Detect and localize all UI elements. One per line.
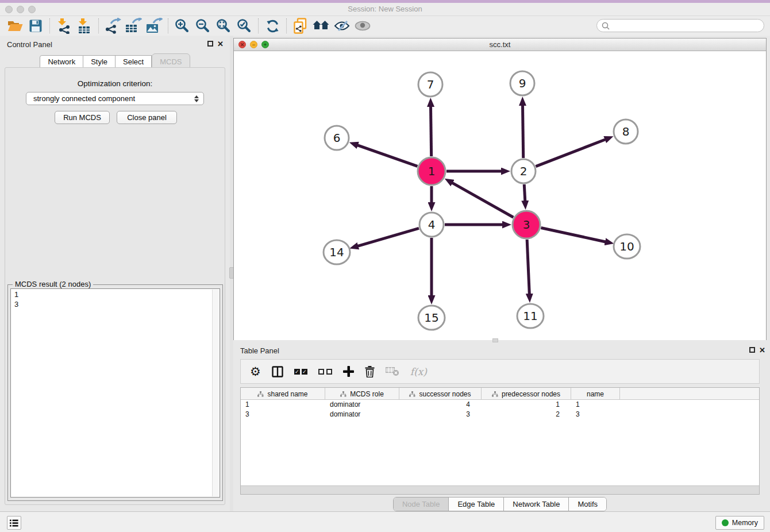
- maximize-view-button[interactable]: +: [261, 41, 269, 48]
- table-row[interactable]: 1 dominator 4 1 1: [241, 400, 759, 410]
- table-settings-icon[interactable]: ⚙: [250, 365, 261, 377]
- minimize-window-button[interactable]: [17, 6, 24, 13]
- column-header-name[interactable]: name: [571, 388, 620, 400]
- open-file-icon[interactable]: [5, 17, 25, 34]
- optimization-criterion-select[interactable]: strongly connected component: [26, 92, 204, 105]
- export-table-icon[interactable]: [123, 17, 144, 34]
- zoom-out-icon[interactable]: [192, 17, 213, 34]
- import-table-icon[interactable]: [74, 17, 95, 34]
- window-controls: [5, 5, 40, 16]
- tab-edge-table[interactable]: Edge Table: [448, 498, 503, 511]
- graph-node-11[interactable]: 11: [517, 304, 544, 328]
- list-icon: [10, 519, 18, 527]
- tab-style[interactable]: Style: [83, 55, 116, 68]
- graph-edge-2-9[interactable]: [522, 105, 523, 158]
- toolbar-divider: [286, 18, 287, 33]
- memory-button[interactable]: Memory: [715, 516, 764, 530]
- table-row[interactable]: 3 dominator 3 2 3: [241, 410, 759, 419]
- minimize-view-button[interactable]: −: [250, 41, 257, 48]
- show-all-eye-icon[interactable]: [352, 17, 373, 34]
- graph-edge-3-10[interactable]: [541, 228, 605, 242]
- node-label: 7: [427, 78, 434, 91]
- tab-mcds[interactable]: MCDS: [152, 53, 190, 68]
- close-window-button[interactable]: [5, 6, 13, 13]
- first-neighbors-icon[interactable]: [311, 17, 332, 34]
- tab-select[interactable]: Select: [116, 55, 152, 68]
- save-session-icon[interactable]: [25, 17, 46, 34]
- scrollbar-track[interactable]: [212, 290, 219, 496]
- graph-node-14[interactable]: 14: [324, 240, 350, 264]
- graph-edge-1-7[interactable]: [431, 106, 432, 156]
- show-columns-icon[interactable]: [272, 366, 283, 377]
- column-header-successor-nodes[interactable]: successor nodes: [399, 388, 482, 400]
- graph-edge-4-14[interactable]: [357, 228, 418, 246]
- graph-node-10[interactable]: 10: [614, 234, 640, 259]
- graph-edge-2-3[interactable]: [524, 184, 525, 201]
- tab-motifs[interactable]: Motifs: [568, 498, 606, 511]
- close-panel-icon[interactable]: ✕: [217, 40, 224, 48]
- cell-mcds-role[interactable]: dominator: [325, 410, 399, 419]
- select-stepper-icon: [194, 95, 199, 102]
- graph-node-4[interactable]: 4: [419, 213, 444, 237]
- mcds-result-text[interactable]: 1 3: [10, 288, 220, 498]
- graph-edge-3-1[interactable]: [452, 183, 514, 217]
- tab-network-table[interactable]: Network Table: [503, 498, 568, 511]
- node-label: 11: [523, 309, 537, 323]
- graph-node-15[interactable]: 15: [418, 306, 445, 330]
- cell-predecessor-nodes[interactable]: 2: [482, 410, 571, 419]
- memory-status-icon: [722, 519, 729, 526]
- column-type-icon: [257, 391, 264, 397]
- tab-network[interactable]: Network: [40, 55, 83, 68]
- graph-edge-2-8[interactable]: [536, 140, 605, 167]
- task-history-button[interactable]: [7, 516, 21, 530]
- graph-node-6[interactable]: 6: [325, 126, 349, 150]
- hide-selected-eye-icon[interactable]: [332, 17, 352, 34]
- node-label: 14: [329, 245, 344, 259]
- column-header-mcds-role[interactable]: MCDS role: [325, 388, 399, 400]
- cell-name[interactable]: 3: [571, 410, 620, 419]
- close-view-button[interactable]: ✕: [238, 41, 246, 48]
- float-panel-icon[interactable]: [749, 347, 755, 353]
- close-panel-button[interactable]: Close panel: [117, 111, 177, 124]
- cell-shared-name[interactable]: 1: [241, 400, 325, 410]
- column-header-predecessor-nodes[interactable]: predecessor nodes: [482, 388, 571, 400]
- add-row-icon[interactable]: [343, 366, 354, 377]
- cell-shared-name[interactable]: 3: [241, 410, 325, 419]
- cell-name[interactable]: 1: [571, 400, 620, 410]
- search-input[interactable]: [613, 20, 764, 31]
- run-mcds-button[interactable]: Run MCDS: [55, 111, 110, 124]
- graph-edge-1-6[interactable]: [357, 145, 418, 167]
- import-network-icon[interactable]: [53, 17, 74, 34]
- cell-mcds-role[interactable]: dominator: [325, 400, 399, 410]
- zoom-window-button[interactable]: [28, 6, 36, 13]
- column-header-shared-name[interactable]: shared name: [241, 388, 325, 400]
- export-image-icon[interactable]: [144, 17, 164, 34]
- close-panel-icon[interactable]: ✕: [759, 346, 765, 354]
- zoom-in-icon[interactable]: [172, 17, 192, 34]
- delete-table-icon[interactable]: [386, 367, 399, 376]
- graph-node-8[interactable]: 8: [614, 119, 638, 144]
- deselect-all-icon[interactable]: [318, 369, 332, 375]
- graph-edge-3-11[interactable]: [527, 240, 529, 294]
- zoom-selected-icon[interactable]: [234, 17, 255, 34]
- select-all-icon[interactable]: ✓✓: [294, 369, 307, 375]
- float-panel-icon[interactable]: [207, 41, 213, 47]
- zoom-fit-icon[interactable]: [213, 17, 234, 34]
- function-builder-icon[interactable]: f(x): [410, 366, 427, 377]
- network-from-file-icon[interactable]: [290, 17, 311, 34]
- cell-successor-nodes[interactable]: 3: [399, 410, 482, 419]
- network-graph-canvas[interactable]: 7968124314101511: [234, 51, 766, 340]
- node-label: 9: [519, 76, 526, 90]
- delete-row-icon[interactable]: [365, 366, 375, 377]
- graph-node-2[interactable]: 2: [511, 159, 536, 183]
- graph-node-9[interactable]: 9: [510, 71, 534, 95]
- cell-predecessor-nodes[interactable]: 1: [482, 400, 571, 410]
- node-label: 8: [622, 125, 630, 138]
- graph-node-7[interactable]: 7: [418, 72, 442, 97]
- refresh-layout-icon[interactable]: [262, 17, 283, 34]
- tab-node-table[interactable]: Node Table: [394, 498, 449, 511]
- graph-node-1[interactable]: 1: [418, 157, 445, 185]
- cell-successor-nodes[interactable]: 4: [399, 400, 482, 410]
- export-network-icon[interactable]: [102, 17, 123, 34]
- graph-node-3[interactable]: 3: [513, 211, 540, 238]
